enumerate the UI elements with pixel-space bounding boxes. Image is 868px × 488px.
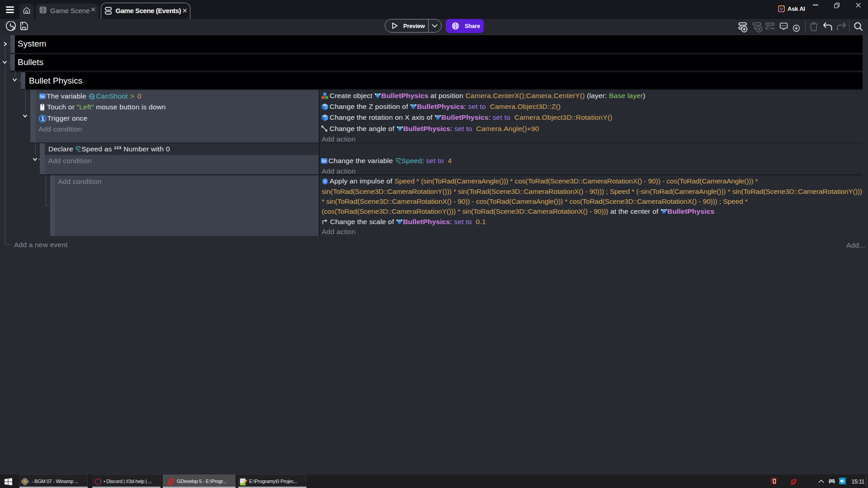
svg-text:Var: Var bbox=[40, 94, 45, 99]
svg-text:Var: Var bbox=[321, 159, 327, 163]
svg-text:1: 1 bbox=[41, 115, 44, 122]
